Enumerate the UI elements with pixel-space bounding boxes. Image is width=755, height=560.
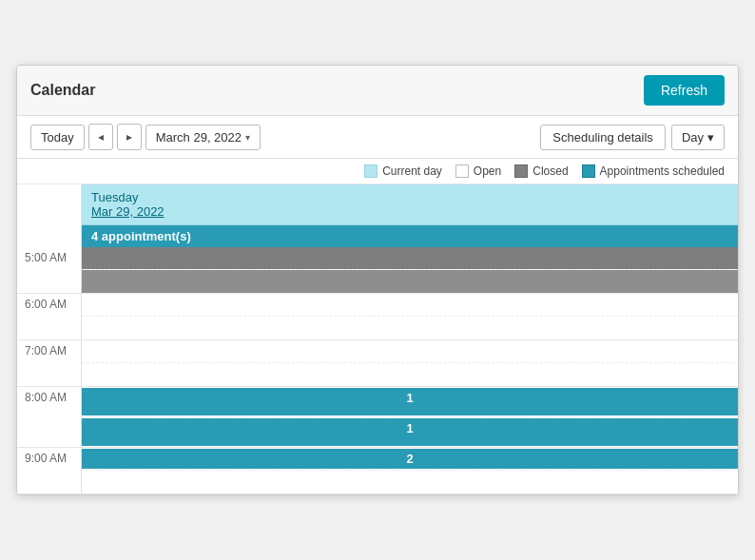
day-header-gutter [17,184,82,247]
appt-bar-9am-1[interactable]: 2 [82,449,738,469]
appointment-count-bar[interactable]: 4 appointment(s) [82,225,738,247]
date-chevron-icon: ▾ [245,132,250,143]
time-row-7am: 7:00 AM [17,340,738,387]
legend-appointments: Appointments scheduled [582,164,725,178]
prev-button[interactable]: ◂ [88,124,113,150]
legend-closed: Closed [514,164,568,178]
date-label-text: March 29, 2022 [156,130,242,145]
time-label-9am: 9:00 AM [17,448,82,493]
slot-8am-lower: 1 [82,417,738,447]
page-title: Calendar [30,82,95,99]
time-slot-8am: 1 1 [82,387,738,447]
appt-bar-8am-2[interactable]: 1 [82,418,738,446]
time-slot-9am: 2 [82,448,738,493]
time-row-8am: 8:00 AM 1 1 [17,387,738,448]
time-slot-5am [82,247,738,293]
legend-current-day: Current day [364,164,442,178]
scheduling-details-button[interactable]: Scheduling details [540,125,666,150]
day-name: Tuesday [91,190,728,204]
legend-open: Open [455,164,501,178]
slot-8am-upper: 1 [82,387,738,417]
legend-open-swatch [455,164,469,178]
header: Calendar Refresh [17,66,738,116]
slot-7am-lower [82,363,738,386]
slot-5am-upper [82,247,738,270]
slot-6am-upper [82,294,738,317]
closed-block-5am-lower [82,270,738,293]
day-header-row: Tuesday Mar 29, 2022 4 appointment(s) [17,184,738,247]
day-label: Day [682,130,704,145]
slot-6am-lower [82,317,738,339]
legend-current-day-swatch [364,164,378,178]
time-row-5am: 5:00 AM [17,247,738,294]
legend-closed-label: Closed [532,164,568,178]
day-date: Mar 29, 2022 [91,204,728,219]
time-slot-7am [82,340,738,386]
time-slot-6am [82,294,738,339]
prev-icon: ◂ [98,130,104,144]
legend-appointments-label: Appointments scheduled [600,164,725,178]
time-label-6am: 6:00 AM [17,294,82,339]
legend-appointments-swatch [582,164,595,178]
legend-current-day-label: Current day [382,164,442,178]
day-chevron-icon: ▾ [707,130,714,145]
day-header-content: Tuesday Mar 29, 2022 4 appointment(s) [82,184,738,247]
slot-9am-upper: 2 [82,448,738,471]
next-icon: ▸ [126,130,132,144]
day-header: Tuesday Mar 29, 2022 [82,184,738,225]
slot-9am-lower [82,471,738,493]
time-label-8am: 8:00 AM [17,387,82,447]
day-view-button[interactable]: Day ▾ [671,125,725,150]
time-row-9am: 9:00 AM 2 [17,448,738,494]
time-row-6am: 6:00 AM [17,294,738,340]
legend-open-label: Open [474,164,501,178]
legend-closed-swatch [514,164,528,178]
appt-bar-8am-1[interactable]: 1 [82,388,738,415]
refresh-button[interactable]: Refresh [644,75,725,106]
slot-7am-upper [82,340,738,363]
toolbar-left: Today ◂ ▸ March 29, 2022 ▾ [30,124,261,150]
time-grid: 5:00 AM 6:00 AM [17,247,738,494]
calendar-window: Calendar Refresh Today ◂ ▸ March 29, 202… [16,65,739,495]
next-button[interactable]: ▸ [117,124,142,150]
toolbar-right: Scheduling details Day ▾ [540,125,725,150]
slot-5am-lower [82,270,738,293]
time-label-5am: 5:00 AM [17,247,82,293]
time-label-7am: 7:00 AM [17,340,82,386]
legend: Current day Open Closed Appointments sch… [17,159,738,184]
toolbar: Today ◂ ▸ March 29, 2022 ▾ Scheduling de… [17,116,738,159]
today-button[interactable]: Today [30,125,85,150]
calendar-body: Tuesday Mar 29, 2022 4 appointment(s) 5:… [17,184,738,494]
date-picker[interactable]: March 29, 2022 ▾ [145,125,261,150]
closed-block-5am-upper [82,247,738,269]
